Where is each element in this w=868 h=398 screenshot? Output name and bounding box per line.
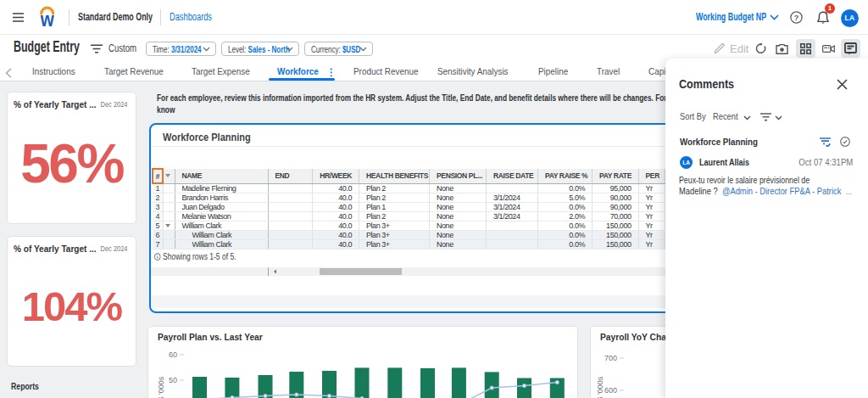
svg-text:50: 50 bbox=[169, 376, 177, 384]
svg-text:US$ '000s: US$ '000s bbox=[157, 376, 165, 398]
svg-text:700: 700 bbox=[604, 354, 617, 362]
svg-text:?: ? bbox=[794, 14, 799, 22]
svg-text:60: 60 bbox=[169, 350, 177, 359]
svg-text:US$ '000s: US$ '000s bbox=[596, 376, 604, 398]
svg-text:w: w bbox=[40, 8, 54, 28]
svg-text:600: 600 bbox=[604, 386, 617, 395]
